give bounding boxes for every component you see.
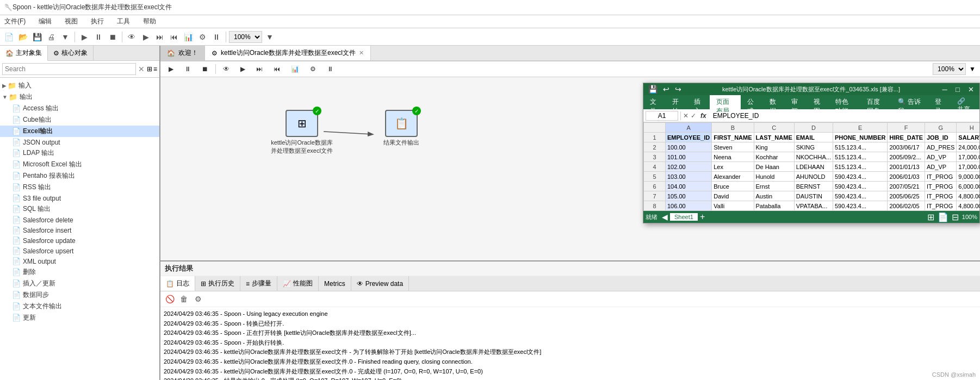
excel-save-btn[interactable]: 💾 bbox=[647, 85, 659, 94]
col-header-d[interactable]: D bbox=[794, 123, 833, 133]
cell-r6-c2[interactable]: Austin bbox=[754, 191, 794, 201]
cell-r3-c5[interactable]: 2001/01/13 bbox=[888, 162, 925, 172]
results-tab-steps[interactable]: ≡ 步骤量 bbox=[240, 276, 277, 291]
search-clear-button[interactable]: ✕ bbox=[138, 65, 145, 73]
cell-r7-c5[interactable]: 2006/02/05 bbox=[888, 201, 925, 211]
cell-r4-c0[interactable]: 103.00 bbox=[666, 172, 712, 182]
settings-button[interactable]: ⚙ bbox=[196, 30, 209, 43]
tree-item-19[interactable]: 📄数据同步 bbox=[0, 289, 159, 301]
cell-r7-c4[interactable]: 590.423.4... bbox=[833, 201, 888, 211]
tree-item-2[interactable]: 📄Access 输出 bbox=[0, 103, 159, 114]
pause2-button[interactable]: ⏸ bbox=[210, 30, 223, 43]
cell-r7-c6[interactable]: IT_PROG bbox=[925, 201, 957, 211]
cell-r2-c1[interactable]: Neena bbox=[712, 152, 754, 162]
cell-r5-c4[interactable]: 590.423.4... bbox=[833, 182, 888, 191]
tree-item-17[interactable]: 📄删除 bbox=[0, 266, 159, 278]
tree-item-4[interactable]: 📄Excel输出 bbox=[0, 126, 159, 137]
cell-r4-c2[interactable]: Hunold bbox=[754, 172, 794, 182]
cell-r4-c7[interactable]: 9,000.00 bbox=[957, 172, 979, 182]
col-header-g[interactable]: G bbox=[925, 123, 957, 133]
results-settings-btn[interactable]: ⚙ bbox=[192, 293, 204, 305]
ribbon-review[interactable]: 审阅 bbox=[785, 95, 807, 109]
preview-button[interactable]: 👁 bbox=[125, 30, 138, 43]
tab-core-objects[interactable]: ⚙ 核心对象 bbox=[48, 46, 94, 60]
cell-r1-c6[interactable]: AD_PRES bbox=[925, 142, 957, 152]
results-tab-metrics[interactable]: Metrics bbox=[319, 276, 351, 291]
cell-r0-c0[interactable]: EMPLOYEE_ID bbox=[666, 133, 712, 142]
cell-r1-c0[interactable]: 100.00 bbox=[666, 142, 712, 152]
canvas-speed-select[interactable]: 100% 75% bbox=[933, 63, 966, 75]
search-input[interactable] bbox=[2, 63, 136, 75]
menu-file[interactable]: 文件(F) bbox=[2, 17, 28, 26]
tree-item-18[interactable]: 📄插入／更新 bbox=[0, 278, 159, 289]
exec-run-button[interactable]: ▶ bbox=[165, 64, 177, 74]
tree-item-21[interactable]: 📄更新 bbox=[0, 312, 159, 323]
ribbon-home[interactable]: 开始 bbox=[666, 95, 688, 109]
cell-r0-c2[interactable]: LAST_NAME bbox=[754, 133, 794, 142]
exec-preview-button[interactable]: 👁 bbox=[219, 64, 233, 74]
cell-r6-c7[interactable]: 4,800.00 bbox=[957, 191, 979, 201]
speed-select[interactable]: 100% 75% 50% 150% bbox=[229, 31, 262, 43]
node-kettle-oracle-box[interactable]: ⊞ ✓ bbox=[286, 110, 318, 137]
cell-r1-c2[interactable]: King bbox=[754, 142, 794, 152]
col-header-c[interactable]: C bbox=[754, 123, 794, 133]
results-tab-preview[interactable]: 👁 Preview data bbox=[351, 276, 409, 291]
exec-pause-button[interactable]: ⏸ bbox=[181, 64, 195, 74]
ribbon-formula[interactable]: 公式 bbox=[741, 95, 763, 109]
tree-item-5[interactable]: 📄JSON output bbox=[0, 137, 159, 147]
menu-tools[interactable]: 工具 bbox=[115, 17, 132, 26]
cell-r4-c3[interactable]: AHUNOLD bbox=[794, 172, 833, 182]
col-header-a[interactable]: A bbox=[666, 123, 712, 133]
menu-exec[interactable]: 执行 bbox=[89, 17, 106, 26]
cell-r4-c4[interactable]: 590.423.4... bbox=[833, 172, 888, 182]
cell-r2-c4[interactable]: 515.123.4... bbox=[833, 152, 888, 162]
cell-r5-c2[interactable]: Ernst bbox=[754, 182, 794, 191]
cell-r1-c4[interactable]: 515.123.4... bbox=[833, 142, 888, 152]
speed-dropdown-icon[interactable]: ▼ bbox=[969, 65, 976, 73]
cell-r0-c1[interactable]: FIRST_NAME bbox=[712, 133, 754, 142]
cell-r2-c6[interactable]: AD_VP bbox=[925, 152, 957, 162]
results-stop-btn[interactable]: 🚫 bbox=[164, 293, 176, 305]
new-button[interactable]: 📄 bbox=[2, 30, 15, 43]
col-header-b[interactable]: B bbox=[712, 123, 754, 133]
cell-r2-c3[interactable]: NKOCHHA... bbox=[794, 152, 833, 162]
ribbon-file[interactable]: 文件 bbox=[643, 95, 666, 109]
add-sheet-button[interactable]: + bbox=[700, 212, 705, 222]
exec-stop-button[interactable]: ⏹ bbox=[198, 64, 212, 74]
cell-r0-c6[interactable]: JOB_ID bbox=[925, 133, 957, 142]
tree-item-16[interactable]: 📄XML output bbox=[0, 256, 159, 266]
sheet-left-scroll[interactable]: ◀ bbox=[662, 213, 668, 221]
exec-step-bwd[interactable]: ⏮ bbox=[270, 64, 284, 74]
cell-r0-c5[interactable]: HIRE_DATE bbox=[888, 133, 925, 142]
cell-r5-c1[interactable]: Bruce bbox=[712, 182, 754, 191]
cell-r7-c2[interactable]: Pataballa bbox=[754, 201, 794, 211]
cell-r5-c5[interactable]: 2007/05/21 bbox=[888, 182, 925, 191]
formula-input[interactable] bbox=[711, 112, 977, 120]
rewind-button[interactable]: ⏮ bbox=[168, 30, 181, 43]
menu-help[interactable]: 帮助 bbox=[141, 17, 158, 26]
col-header-f[interactable]: F bbox=[888, 123, 925, 133]
ribbon-special[interactable]: 特色功能 bbox=[829, 95, 860, 109]
forward-button[interactable]: ⏭ bbox=[153, 30, 166, 43]
tree-item-1[interactable]: ▼📁输出 bbox=[0, 91, 159, 103]
dropdown-button[interactable]: ▼ bbox=[59, 30, 72, 43]
cell-r6-c1[interactable]: David bbox=[712, 191, 754, 201]
cell-r3-c3[interactable]: LDEHAAN bbox=[794, 162, 833, 172]
cell-r1-c3[interactable]: SKING bbox=[794, 142, 833, 152]
exec-pause2-button[interactable]: ⏸ bbox=[323, 64, 337, 74]
exec-config-button[interactable]: ⚙ bbox=[306, 64, 320, 74]
run-button[interactable]: ▶ bbox=[78, 30, 91, 43]
cell-r5-c3[interactable]: BERNST bbox=[794, 182, 833, 191]
grid-view-icon[interactable]: ⊞ bbox=[147, 65, 152, 73]
cell-r1-c7[interactable]: 24,000.00 bbox=[957, 142, 979, 152]
tree-item-20[interactable]: 📄文本文件输出 bbox=[0, 301, 159, 312]
cell-r7-c1[interactable]: Valli bbox=[712, 201, 754, 211]
tree-item-13[interactable]: 📄Salesforce insert bbox=[0, 225, 159, 235]
ribbon-tell[interactable]: 🔍 告诉我... bbox=[891, 95, 928, 109]
cell-r2-c5[interactable]: 2005/09/2... bbox=[888, 152, 925, 162]
save-button[interactable]: 💾 bbox=[30, 30, 44, 43]
cell-r3-c6[interactable]: AD_VP bbox=[925, 162, 957, 172]
page-view-btn[interactable]: 📄 bbox=[938, 212, 948, 222]
cell-r3-c1[interactable]: Lex bbox=[712, 162, 754, 172]
chart-button[interactable]: 📊 bbox=[182, 30, 195, 43]
